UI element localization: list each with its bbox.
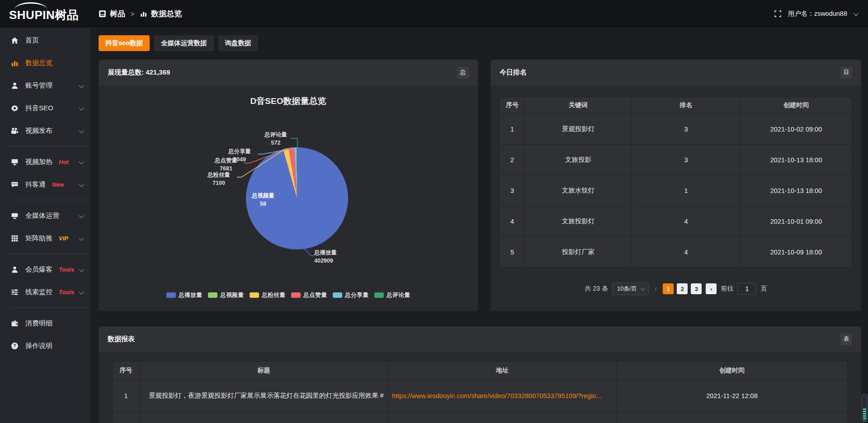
table-cell: 2021-10-13 18:00 xyxy=(741,145,852,175)
tools-badge: Tools xyxy=(59,289,74,296)
legend-item-plays[interactable]: 总播放量 xyxy=(166,291,202,299)
legend-item-comments[interactable]: 总评论量 xyxy=(374,291,410,299)
sidebar-item-account-management[interactable]: 账号管理 xyxy=(0,74,90,97)
column-header: 排名 xyxy=(632,97,741,114)
wallet-icon xyxy=(11,320,19,327)
chevron-down-icon xyxy=(79,105,84,110)
goto-suffix: 页 xyxy=(760,285,767,293)
chevron-down-icon xyxy=(79,128,84,133)
sidebar-divider xyxy=(9,146,90,146)
table-cell: 文旅投影 xyxy=(525,145,632,175)
legend-item-likes[interactable]: 总点赞量 xyxy=(291,291,327,299)
screen-heat-icon xyxy=(11,158,19,166)
table-cell: 1 xyxy=(500,114,525,145)
legend-item-shares[interactable]: 总分享量 xyxy=(333,291,368,299)
page-button-2[interactable]: 2 xyxy=(677,283,688,294)
chart-title: D音SEO数据量总览 xyxy=(99,95,478,107)
sidebar-item-instructions[interactable]: ? 操作说明 xyxy=(0,334,90,357)
report-table: 序号 标题 地址 创建时间 1景观投影灯，夜游景观投影灯厂家展示展示落花灯在花园… xyxy=(112,361,848,423)
sidebar-item-omnimedia-operation[interactable]: 全媒体运营 xyxy=(0,204,90,227)
table-cell: 2 xyxy=(500,145,525,175)
legend-item-fans[interactable]: 总粉丝量 xyxy=(250,291,285,299)
chart-legend: 总播放量 总视频量 总粉丝量 总点赞量 总分享量 总评论量 xyxy=(99,291,478,299)
chevron-down-icon xyxy=(641,286,645,291)
page-size-select[interactable]: 10条/页 xyxy=(612,282,649,295)
legend-swatch xyxy=(333,292,342,298)
monitor-icon xyxy=(11,212,19,220)
prev-page-button[interactable]: ‹ xyxy=(653,285,659,293)
table-cell: 2021-10-09 18:00 xyxy=(741,237,852,268)
table-cell: 1 xyxy=(113,380,140,412)
fullscreen-icon[interactable] xyxy=(774,10,782,18)
table-cell: 景观投影灯 xyxy=(525,114,632,145)
grid-icon xyxy=(11,235,19,242)
table-cell: 2021-10-13 18:00 xyxy=(741,175,852,206)
table-row: 2文旅投影32021-10-13 18:00 xyxy=(500,145,852,175)
scrollbar-widget[interactable] xyxy=(862,394,868,422)
table-cell: https://www.iesdouyin.com/share/video/70… xyxy=(388,380,617,412)
sidebar-item-clue-monitor[interactable]: 线索监控 Tools xyxy=(0,281,90,303)
sidebar-divider xyxy=(9,200,90,200)
username[interactable]: 用户名：zswodun88 xyxy=(788,9,847,18)
total-view-button[interactable]: 总 xyxy=(457,67,469,79)
new-badge: New xyxy=(52,181,64,188)
sidebar-item-consumption-detail[interactable]: 消费明细 xyxy=(0,312,90,334)
svg-text:?: ? xyxy=(13,343,16,348)
goto-label: 前往 xyxy=(721,285,733,293)
chevron-down-icon xyxy=(79,213,84,218)
tab-inquiry-data[interactable]: 询盘数据 xyxy=(218,35,258,51)
pie-label-plays: 总播放量402909 xyxy=(314,249,355,265)
chevron-down-icon xyxy=(79,182,84,187)
column-header: 关键词 xyxy=(525,97,632,114)
column-header: 序号 xyxy=(113,362,140,380)
tab-douyin-seo-data[interactable]: 抖音seo数据 xyxy=(99,35,150,51)
next-page-button[interactable]: › xyxy=(706,283,717,294)
table-cell: 4 xyxy=(632,206,741,237)
ranking-panel-title: 今日排名 xyxy=(500,68,527,77)
sidebar-item-data-overview[interactable]: 数据总览 xyxy=(0,52,90,74)
breadcrumb-separator: > xyxy=(131,10,134,18)
ranking-table-area: 序号 关键词 排名 创建时间 1景观投影灯32021-10-02 09:002文… xyxy=(491,85,861,311)
breadcrumb: 树品 > 数据总览 xyxy=(99,9,182,19)
video-camera-icon xyxy=(11,127,19,135)
pie-label-comments: 总评论量572 xyxy=(258,131,294,147)
breadcrumb-current: 数据总览 xyxy=(151,9,182,19)
goto-page-input[interactable] xyxy=(737,283,756,295)
video-link[interactable]: https://www.iesdouyin.com/share/video/70… xyxy=(392,392,602,400)
question-circle-icon: ? xyxy=(11,342,19,350)
legend-item-videos[interactable]: 总视频量 xyxy=(208,291,244,299)
home-icon xyxy=(11,37,19,44)
sidebar-item-video-publish[interactable]: 视频发布 xyxy=(0,119,90,142)
legend-swatch xyxy=(374,292,384,298)
table-cell: 2021-10-01 09:00 xyxy=(741,206,852,237)
breadcrumb-root[interactable]: 树品 xyxy=(110,9,125,19)
chevron-down-icon xyxy=(79,289,84,294)
column-header: 标题 xyxy=(140,362,388,380)
scrollbar-grip xyxy=(863,409,866,420)
legend-swatch xyxy=(291,292,301,298)
sidebar-divider xyxy=(9,307,90,308)
chevron-down-icon xyxy=(79,267,84,272)
sidebar-item-douyin-seo[interactable]: 抖音SEO xyxy=(0,97,90,119)
tab-omnimedia-data[interactable]: 全媒体运营数据 xyxy=(154,35,214,51)
page-button-3[interactable]: 3 xyxy=(691,283,702,294)
sidebar-item-doukegtong[interactable]: 抖客通 New xyxy=(0,173,90,196)
table-cell: 4 xyxy=(500,206,525,237)
table-view-button[interactable]: 表 xyxy=(840,334,852,345)
sidebar-item-home[interactable]: 首页 xyxy=(0,29,90,52)
impressions-chart-panel: 展现量总数: 421,369 总 D音SEO数据量总览 总评论量572 总分享量… xyxy=(99,60,478,311)
impressions-total: 展现量总数: 421,369 xyxy=(108,68,170,77)
brand-grid-icon xyxy=(99,10,106,18)
data-source-tabs: 抖音seo数据 全媒体运营数据 询盘数据 xyxy=(99,35,861,51)
daily-view-button[interactable]: 日 xyxy=(840,67,852,79)
sidebar-divider xyxy=(9,254,90,254)
table-cell: 3 xyxy=(500,175,525,206)
main-content: 抖音seo数据 全媒体运营数据 询盘数据 展现量总数: 421,369 总 D音… xyxy=(99,28,861,423)
page-button-1[interactable]: 1 xyxy=(663,283,674,294)
column-header: 地址 xyxy=(388,362,617,380)
pagination: 共 23 条 10条/页 ‹ 123 › 前往 页 xyxy=(500,282,852,295)
sidebar-item-member-explosion[interactable]: 会员爆客 Tools xyxy=(0,258,90,281)
sidebar-item-matrix-boost[interactable]: 矩阵助推 VIP xyxy=(0,227,90,249)
sidebar-item-video-heat[interactable]: 视频加热 Hot xyxy=(0,150,90,173)
table-cell: 4 xyxy=(632,237,741,268)
